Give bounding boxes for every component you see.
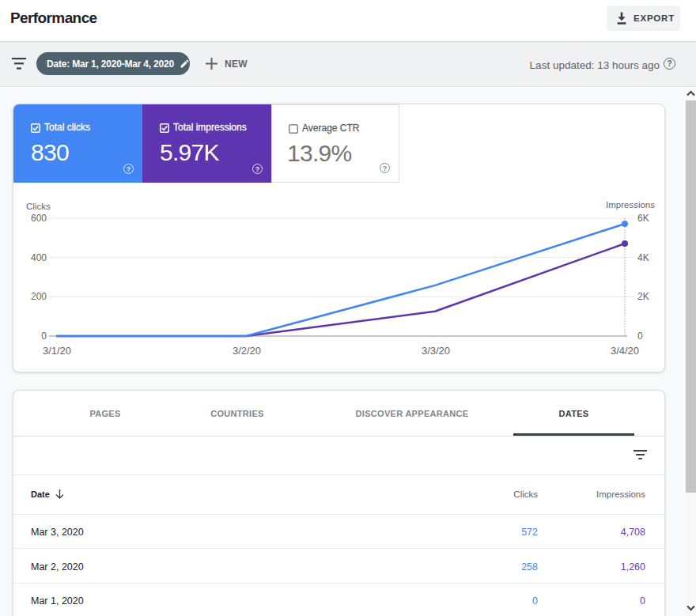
svg-text:3/2/20: 3/2/20	[233, 345, 261, 357]
svg-text:6K: 6K	[637, 213, 649, 224]
svg-text:Impressions: Impressions	[606, 200, 655, 210]
svg-text:3/1/20: 3/1/20	[43, 345, 71, 357]
svg-text:0: 0	[41, 331, 47, 342]
svg-text:Clicks: Clicks	[26, 202, 51, 211]
svg-text:400: 400	[31, 252, 47, 263]
svg-text:0: 0	[637, 331, 643, 342]
svg-text:2K: 2K	[637, 291, 649, 302]
svg-text:3/3/20: 3/3/20	[422, 345, 450, 357]
svg-text:4K: 4K	[637, 252, 649, 263]
svg-text:3/4/20: 3/4/20	[611, 345, 639, 357]
svg-text:200: 200	[31, 291, 47, 302]
svg-text:600: 600	[31, 213, 47, 224]
